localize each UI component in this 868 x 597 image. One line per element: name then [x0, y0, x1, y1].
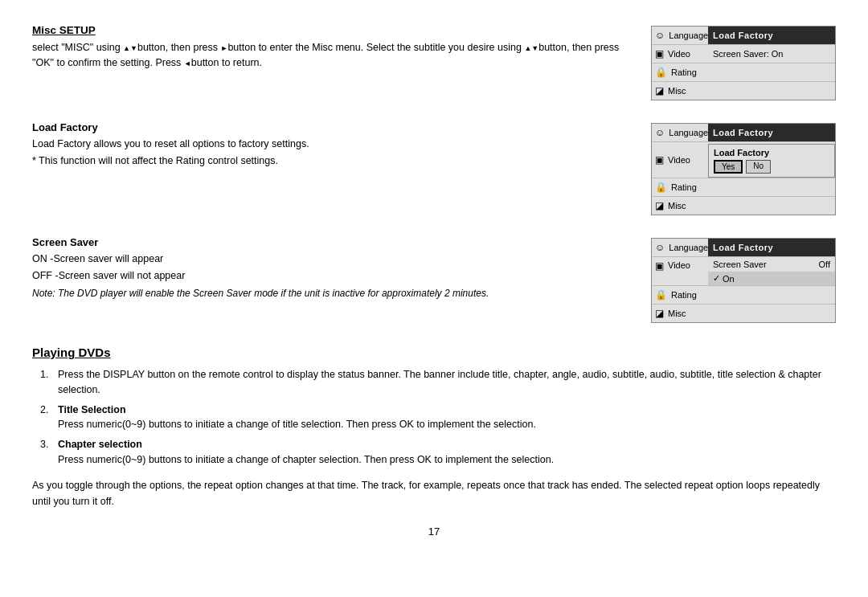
panel2-video-label: ▣ Video — [652, 152, 708, 168]
panel2-rating-icon: 🔒 — [655, 182, 667, 193]
video-icon: ▣ — [655, 48, 664, 59]
language-icon: ☺ — [655, 30, 665, 41]
panel3-misc-value — [708, 305, 835, 322]
panel2-rating-label: 🔒 Rating — [652, 179, 708, 195]
screen-saver-section: Screen Saver ON -Screen saver will appea… — [32, 236, 836, 323]
list-item-2-content: Title Selection Press numeric(0~9) butto… — [58, 403, 836, 433]
screen-saver-line2: OFF -Screen saver will not appear — [32, 268, 635, 284]
panel3-rating-icon: 🔒 — [655, 289, 667, 301]
panel-misc-value — [708, 82, 835, 100]
popup-buttons: Yes No — [714, 160, 829, 174]
load-factory-text: Load Factory Load Factory allows you to … — [32, 121, 651, 171]
misc-setup-body: select "MISC" using button, then press b… — [32, 40, 635, 72]
panel3-row-language: ☺ Language Load Factory — [652, 239, 835, 257]
misc-icon: ◪ — [655, 85, 664, 96]
panel-row-language: ☺ Language Load Factory — [652, 27, 835, 45]
popup-title: Load Factory — [714, 148, 829, 157]
panel-language-label: ☺ Language — [652, 27, 708, 43]
playing-dvds-section: Playing DVDs 1. Press the DISPLAY button… — [32, 346, 836, 509]
tri-up-icon — [123, 42, 130, 53]
panel2-language-icon: ☺ — [655, 127, 665, 138]
load-factory-line1: Load Factory allows you to reset all opt… — [32, 137, 635, 152]
panel-misc-label: ◪ Misc — [652, 83, 708, 99]
panel2-popup-area: Load Factory Yes No — [708, 142, 835, 178]
panel3-row-misc: ◪ Misc — [652, 305, 835, 322]
panel3-ss-on-row: ✓ On — [708, 272, 835, 285]
list-item-2-text: Press numeric(0~9) buttons to initiate a… — [58, 419, 536, 430]
list-item-3-label: Chapter selection — [58, 439, 142, 450]
panel2-misc-value — [708, 197, 835, 215]
panel-misc-setup: ☺ Language Load Factory ▣ Video Screen S… — [651, 26, 836, 100]
load-factory-line2: * This function will not affect the Rati… — [32, 153, 635, 169]
checkmark-icon: ✓ — [713, 273, 720, 284]
tri-down-icon2 — [531, 42, 538, 53]
panel-screen-saver: ☺ Language Load Factory ▣ Video Screen S… — [651, 238, 836, 323]
screen-saver-title: Screen Saver — [32, 236, 635, 248]
panel-row-misc: ◪ Misc — [652, 82, 835, 100]
rating-icon: 🔒 — [655, 67, 667, 78]
misc-setup-section: Misc SETUP select "MISC" using button, t… — [32, 24, 836, 100]
panel-rating-label: 🔒 Rating — [652, 64, 708, 80]
panel3-misc-label: ◪ Misc — [652, 305, 708, 321]
panel2-row-misc: ◪ Misc — [652, 197, 835, 215]
panel3-ss-area: Screen Saver Off ✓ On — [708, 257, 835, 285]
list-num-2: 2. — [40, 403, 58, 433]
playing-dvds-title: Playing DVDs — [32, 346, 836, 359]
list-num-3: 3. — [40, 437, 58, 468]
list-item-3-content: Chapter selection Press numeric(0~9) but… — [58, 437, 836, 468]
panel3-language-label: ☺ Language — [652, 239, 708, 256]
panel2-misc-icon: ◪ — [655, 200, 664, 211]
panel3-video-label: ▣ Video — [652, 257, 708, 285]
panel2-row-video: ▣ Video Load Factory Yes No — [652, 142, 835, 178]
numbered-list: 1. Press the DISPLAY button on the remot… — [40, 367, 836, 468]
load-factory-section: Load Factory Load Factory allows you to … — [32, 121, 836, 215]
load-factory-title: Load Factory — [32, 121, 635, 133]
panel3-video-icon: ▣ — [655, 260, 664, 272]
panel3-row-rating: 🔒 Rating — [652, 286, 835, 305]
tri-right-icon — [220, 42, 227, 53]
popup-no-button[interactable]: No — [746, 160, 771, 174]
panel3-ss-off-row: Screen Saver Off — [708, 257, 835, 272]
panel3-ss-on-label: On — [723, 274, 735, 284]
tri-left-icon — [184, 57, 191, 68]
panel3-rating-value — [708, 286, 835, 304]
list-item-1: 1. Press the DISPLAY button on the remot… — [40, 367, 836, 398]
panel3-ss-val: Off — [819, 260, 830, 269]
panel2-misc-label: ◪ Misc — [652, 198, 708, 214]
list-item-2: 2. Title Selection Press numeric(0~9) bu… — [40, 403, 836, 433]
misc-setup-text: Misc SETUP select "MISC" using button, t… — [32, 24, 651, 73]
list-item-3-text: Press numeric(0~9) buttons to initiate a… — [58, 454, 554, 465]
panel-video-value: Screen Saver : On — [708, 45, 835, 63]
misc-setup-title: Misc SETUP — [32, 24, 635, 36]
panel2-video-icon: ▣ — [655, 154, 664, 166]
bottom-text: As you toggle through the options, the r… — [32, 477, 836, 509]
panel2-row-rating: 🔒 Rating — [652, 178, 835, 197]
panel3-misc-icon: ◪ — [655, 308, 664, 319]
page-number: 17 — [32, 525, 836, 538]
panel-video-label: ▣ Video — [652, 46, 708, 62]
panel3-language-icon: ☺ — [655, 242, 665, 253]
panel3-row-video: ▣ Video Screen Saver Off ✓ On — [652, 257, 835, 286]
panel3-header: Load Factory — [708, 239, 835, 256]
panel3-rating-label: 🔒 Rating — [652, 287, 708, 303]
panel2-rating-value — [708, 178, 835, 196]
panel2-row-language: ☺ Language Load Factory — [652, 124, 835, 142]
list-item-3: 3. Chapter selection Press numeric(0~9) … — [40, 437, 836, 468]
panel-load-factory-header: Load Factory — [708, 27, 835, 44]
list-item-1-content: Press the DISPLAY button on the remote c… — [58, 367, 836, 398]
panel2-header: Load Factory — [708, 124, 835, 141]
popup-yes-button[interactable]: Yes — [714, 160, 743, 174]
panel-row-video: ▣ Video Screen Saver : On — [652, 45, 835, 63]
list-item-2-label: Title Selection — [58, 404, 126, 415]
list-num-1: 1. — [40, 367, 58, 398]
tri-down-icon — [130, 42, 137, 53]
screen-saver-line1: ON -Screen saver will appear — [32, 251, 635, 267]
panel-row-rating: 🔒 Rating — [652, 63, 835, 82]
panel-rating-value — [708, 63, 835, 81]
panel-load-factory: ☺ Language Load Factory ▣ Video Load Fac… — [651, 123, 836, 215]
tri-up-icon2 — [524, 42, 531, 53]
screen-saver-note: Note: The DVD player will enable the Scr… — [32, 288, 635, 299]
screen-saver-text: Screen Saver ON -Screen saver will appea… — [32, 236, 651, 299]
panel2-language-label: ☺ Language — [652, 125, 708, 141]
popup-box: Load Factory Yes No — [708, 144, 835, 178]
